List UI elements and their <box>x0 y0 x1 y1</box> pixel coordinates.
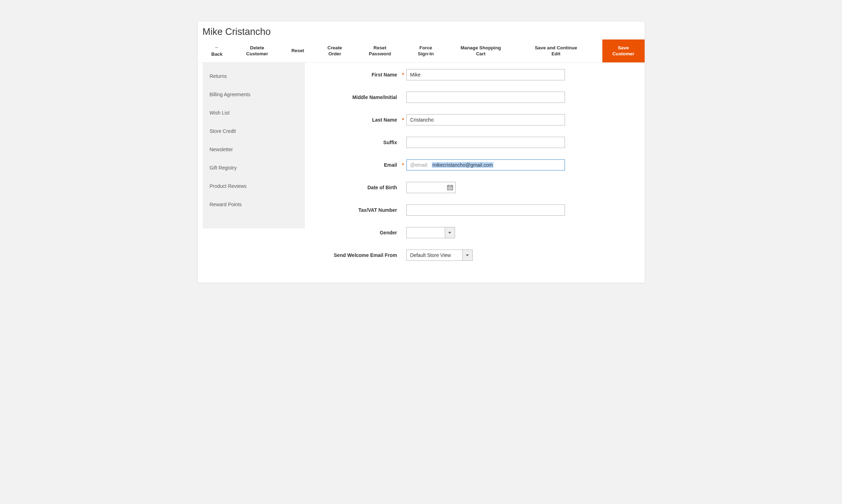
suffix-label: Suffix <box>315 140 400 145</box>
welcome-store-select[interactable]: Default Store View <box>406 250 473 261</box>
required-mark: * <box>400 162 406 168</box>
tax-vat-input[interactable] <box>406 204 565 216</box>
back-arrow-icon: ← <box>215 44 220 51</box>
save-customer-button[interactable]: Save Customer <box>602 39 645 62</box>
dob-input[interactable] <box>406 182 456 193</box>
welcome-store-select-toggle[interactable] <box>463 250 473 261</box>
manage-cart-button[interactable]: Manage Shopping Cart <box>454 39 508 62</box>
save-continue-button[interactable]: Save and Continue Edit <box>528 39 583 62</box>
first-name-input[interactable] <box>406 69 565 80</box>
calendar-icon[interactable] <box>447 184 453 191</box>
email-value-selected: mikecristancho@gmail.com <box>432 162 493 168</box>
svg-rect-4 <box>448 188 449 188</box>
force-signin-button[interactable]: Force Sign-In <box>412 39 440 62</box>
sidebar-item-reward-points[interactable]: Reward Points <box>203 195 305 214</box>
create-order-button[interactable]: Create Order <box>321 39 349 62</box>
svg-rect-8 <box>450 189 450 189</box>
sidebar-item-store-credit[interactable]: Store Credit <box>203 122 305 140</box>
gender-select-toggle[interactable] <box>445 227 455 238</box>
welcome-store-select-value: Default Store View <box>406 250 463 261</box>
back-label: Back <box>211 51 223 57</box>
suffix-input[interactable] <box>406 137 565 148</box>
email-prefix-hint: @email: <box>410 162 429 168</box>
gender-select-value <box>406 227 445 238</box>
gender-select[interactable] <box>406 227 455 238</box>
chevron-down-icon <box>466 254 469 256</box>
email-label: Email <box>315 162 400 168</box>
delete-customer-button[interactable]: Delete Customer <box>240 39 275 62</box>
account-form: First Name * Middle Name/Initial Last Na… <box>305 63 645 283</box>
back-button[interactable]: ← Back <box>205 39 229 62</box>
sidebar-item-gift-registry[interactable]: Gift Registry <box>203 159 305 177</box>
dob-label: Date of Birth <box>315 185 400 190</box>
sidebar-item-product-reviews[interactable]: Product Reviews <box>203 177 305 195</box>
page-title: Mike Cristancho <box>198 21 645 39</box>
svg-rect-9 <box>451 189 452 189</box>
middle-name-input[interactable] <box>406 92 565 103</box>
last-name-input[interactable] <box>406 114 565 125</box>
sidebar-item-returns[interactable]: Returns <box>203 67 305 85</box>
sidebar-item-newsletter[interactable]: Newsletter <box>203 140 305 159</box>
reset-button[interactable]: Reset <box>285 39 311 62</box>
gender-label: Gender <box>315 230 400 235</box>
svg-rect-7 <box>448 189 449 189</box>
chevron-down-icon <box>448 232 451 234</box>
toolbar: ← Back Delete Customer Reset Create Orde… <box>198 39 645 63</box>
first-name-label: First Name <box>315 72 400 78</box>
tax-vat-label: Tax/VAT Number <box>315 207 400 213</box>
sidebar-item-billing-agreements[interactable]: Billing Agreements <box>203 85 305 104</box>
reset-password-button[interactable]: Reset Password <box>363 39 398 62</box>
customer-edit-panel: Mike Cristancho ← Back Delete Customer R… <box>197 21 645 283</box>
sidebar-item-wish-list[interactable]: Wish List <box>203 104 305 122</box>
welcome-store-label: Send Welcome Email From <box>315 252 400 258</box>
svg-rect-5 <box>450 188 450 188</box>
middle-name-label: Middle Name/Initial <box>315 94 400 100</box>
svg-rect-6 <box>451 188 452 188</box>
required-mark: * <box>400 72 406 78</box>
required-mark: * <box>400 117 406 123</box>
content-body: Returns Billing Agreements Wish List Sto… <box>198 63 645 283</box>
email-input[interactable]: @email: mikecristancho@gmail.com <box>406 159 565 171</box>
sidebar: Returns Billing Agreements Wish List Sto… <box>203 63 305 228</box>
last-name-label: Last Name <box>315 117 400 123</box>
